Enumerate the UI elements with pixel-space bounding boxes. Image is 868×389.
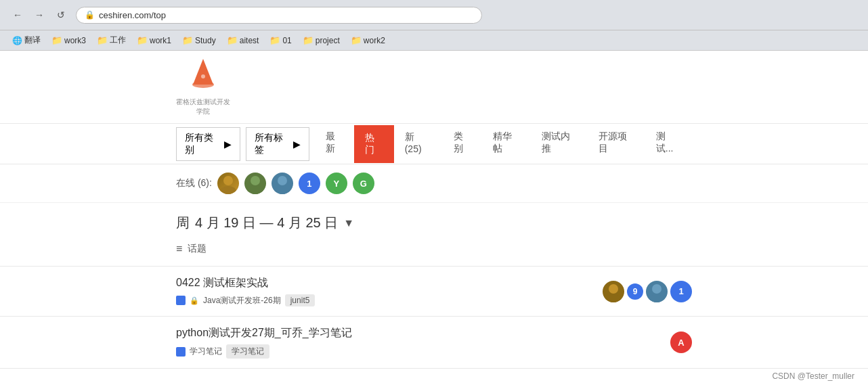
post-avatar-1[interactable]: [603, 281, 624, 302]
svg-point-6: [247, 186, 263, 194]
bookmark-project[interactable]: 📁 project: [299, 34, 344, 47]
avatar-user1[interactable]: [217, 173, 239, 194]
svg-point-3: [223, 176, 233, 185]
bookmark-label: 01: [282, 36, 291, 45]
bookmark-label: aitest: [240, 36, 259, 45]
topics-section: ≡ 话题: [0, 237, 868, 267]
svg-point-5: [251, 176, 260, 185]
post-item: python测试开发27期_可乔_学习笔记 学习笔记 学习笔记 A: [0, 317, 868, 369]
avatar-initials: G: [360, 179, 367, 189]
post-title[interactable]: python测试开发27期_可乔_学习笔记: [176, 326, 670, 340]
avatar-user2[interactable]: [244, 173, 266, 194]
post-main: 0422 测试框架实战 🔒 Java测试开发班-26期 junit5: [176, 276, 603, 306]
category-icon: [176, 347, 186, 357]
avatar-user6[interactable]: G: [353, 173, 374, 194]
post-category[interactable]: Java测试开发班-26期: [203, 295, 281, 306]
bookmarks-bar: 🌐 翻译 📁 work3 📁 工作 📁 work1 📁 Study 📁 aite…: [0, 30, 868, 51]
post-category[interactable]: 学习笔记: [190, 346, 222, 357]
svg-point-9: [609, 284, 618, 294]
tab-featured[interactable]: 精华帖: [482, 124, 530, 164]
post-meta: 🔒 Java测试开发班-26期 junit5: [176, 294, 603, 306]
bookmark-label: work3: [64, 36, 86, 45]
folder-icon: 📁: [269, 35, 280, 45]
reload-button[interactable]: ↺: [51, 5, 70, 24]
bookmark-01[interactable]: 📁 01: [265, 34, 295, 47]
folder-icon: 📁: [227, 35, 238, 45]
avatar-user4[interactable]: 1: [299, 173, 320, 194]
avatar-user3[interactable]: [272, 173, 293, 194]
bookmark-work3[interactable]: 📁 work3: [47, 34, 90, 47]
page-content: 霍格沃兹测试开发学院 所有类别 ▶ 所有标签 ▶ 最新 热门 新 (25) 类别…: [0, 51, 868, 389]
forward-button[interactable]: →: [30, 5, 49, 24]
tags-label: 所有标签: [255, 132, 290, 156]
topics-icon: ≡: [176, 243, 182, 255]
tab-new[interactable]: 新 (25): [394, 124, 443, 163]
category-label: 所有类别: [185, 132, 220, 156]
post-tag[interactable]: junit5: [285, 294, 316, 306]
svg-point-1: [192, 81, 214, 88]
tab-hot[interactable]: 热门: [354, 125, 393, 163]
bookmark-work1[interactable]: 📁 work1: [133, 34, 175, 47]
post-avatar-2[interactable]: [646, 281, 668, 302]
avatar-initials: 1: [678, 286, 683, 296]
folder-icon: 📁: [137, 35, 148, 45]
nav-bar: 所有类别 ▶ 所有标签 ▶ 最新 热门 新 (25) 类别 精华帖 测试内推 开…: [0, 124, 868, 164]
tab-category[interactable]: 类别: [443, 124, 482, 164]
browser-chrome: ← → ↺ 🔒 ceshiren.com/top: [0, 0, 868, 30]
url-text: ceshiren.com/top: [99, 10, 166, 20]
online-section: 在线 (6): 1 Y G: [0, 164, 868, 203]
post-avatar-3[interactable]: 1: [670, 281, 692, 302]
lock-icon: 🔒: [190, 296, 199, 305]
svg-point-2: [201, 74, 205, 78]
bookmark-label: 工作: [110, 35, 126, 46]
bookmark-work2[interactable]: 📁 work2: [347, 34, 389, 47]
translate-label: 翻译: [24, 35, 41, 46]
post-tag[interactable]: 学习笔记: [226, 344, 269, 359]
post-meta: 学习笔记 学习笔记: [176, 344, 670, 359]
tags-arrow: ▶: [293, 139, 301, 150]
tab-internal[interactable]: 测试内推: [531, 124, 588, 164]
category-dropdown[interactable]: 所有类别 ▶: [176, 127, 240, 161]
tab-latest[interactable]: 最新: [315, 124, 354, 164]
category-arrow: ▶: [224, 139, 232, 150]
tab-opensource[interactable]: 开源项目: [588, 124, 645, 164]
svg-point-11: [652, 284, 661, 294]
folder-icon: 📁: [303, 35, 313, 45]
avatar-user5[interactable]: Y: [326, 173, 347, 194]
bookmark-aitest[interactable]: 📁 aitest: [223, 34, 263, 47]
post-item: 0422 测试框架实战 🔒 Java测试开发班-26期 junit5 9 1: [0, 267, 868, 317]
post-title[interactable]: 0422 测试框架实战: [176, 276, 603, 290]
avatar-initials: Y: [334, 179, 340, 189]
translate-button[interactable]: 🌐 翻译: [8, 33, 45, 47]
svg-point-8: [274, 186, 290, 194]
bookmark-label: work1: [150, 36, 171, 45]
nav-buttons: ← → ↺: [8, 5, 70, 24]
svg-point-4: [220, 186, 236, 194]
bookmark-label: Study: [195, 36, 216, 45]
footer-credit: CSDN @Tester_muller: [772, 371, 854, 381]
topics-header: ≡ 话题: [176, 243, 692, 255]
post-main: python测试开发27期_可乔_学习笔记 学习笔记 学习笔记: [176, 326, 670, 359]
reply-count-badge: 9: [627, 283, 643, 300]
folder-icon: 📁: [51, 35, 62, 45]
post-avatars: 9 1: [603, 281, 692, 302]
site-logo[interactable]: 霍格沃兹测试开发学院: [176, 58, 230, 116]
translate-icon: 🌐: [12, 36, 22, 45]
bookmark-study[interactable]: 📁 Study: [178, 34, 220, 47]
svg-marker-0: [193, 59, 213, 85]
category-icon: [176, 296, 186, 305]
bookmark-gongzuo[interactable]: 📁 工作: [93, 33, 130, 47]
tab-more[interactable]: 测试...: [645, 124, 692, 164]
lock-icon: 🔒: [85, 10, 95, 20]
post-avatar-a[interactable]: A: [670, 331, 692, 353]
address-bar[interactable]: 🔒 ceshiren.com/top: [76, 7, 482, 24]
tags-dropdown[interactable]: 所有标签 ▶: [246, 127, 310, 161]
svg-point-12: [649, 294, 665, 302]
folder-icon: 📁: [97, 35, 108, 45]
back-button[interactable]: ←: [8, 5, 27, 24]
topics-label: 话题: [188, 243, 207, 255]
week-dates: 4 月 19 日 — 4 月 25 日: [195, 214, 338, 232]
week-dropdown-arrow[interactable]: ▼: [343, 217, 354, 229]
online-label: 在线 (6):: [176, 177, 212, 189]
post-avatars: A: [670, 331, 692, 353]
